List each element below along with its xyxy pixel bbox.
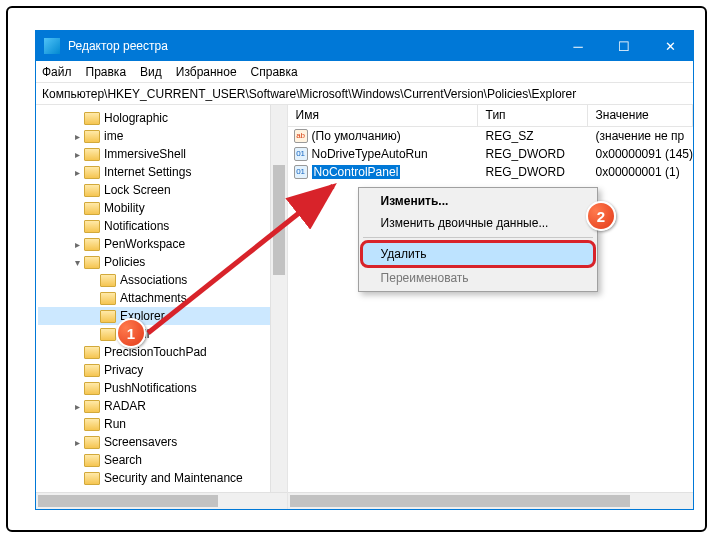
value-type: REG_SZ (478, 129, 588, 143)
regedit-window: Редактор реестра ─ ☐ ✕ Файл Правка Вид И… (35, 30, 694, 510)
tree-item-label: Run (104, 417, 126, 431)
tree-item-screensavers[interactable]: ▸Screensavers (38, 433, 287, 451)
folder-icon (84, 220, 100, 233)
tree-item-label: Holographic (104, 111, 168, 125)
tree-item-radar[interactable]: ▸RADAR (38, 397, 287, 415)
tree-item-label: PenWorkspace (104, 237, 185, 251)
tree-item-disallowrun[interactable]: Disall (38, 325, 287, 343)
dword-value-icon: 01 (294, 165, 308, 179)
value-row[interactable]: 01NoDriveTypeAutoRunREG_DWORD0x00000091 … (288, 145, 693, 163)
menu-edit[interactable]: Правка (86, 65, 127, 79)
expand-icon[interactable]: ▸ (70, 239, 84, 250)
tree-item-label: Security and Maintenance (104, 471, 243, 485)
tree-item-immersiveshell[interactable]: ▸ImmersiveShell (38, 145, 287, 163)
tree-item-label: Associations (120, 273, 187, 287)
maximize-button[interactable]: ☐ (601, 31, 647, 61)
tutorial-frame: Редактор реестра ─ ☐ ✕ Файл Правка Вид И… (6, 6, 707, 532)
tree-item-search[interactable]: Search (38, 451, 287, 469)
folder-icon (100, 310, 116, 323)
context-modify[interactable]: Изменить... (361, 190, 595, 212)
folder-icon (84, 112, 100, 125)
folder-icon (84, 454, 100, 467)
tree-item-label: ime (104, 129, 123, 143)
tree-item-label: Attachments (120, 291, 187, 305)
tree-item-penworkspace[interactable]: ▸PenWorkspace (38, 235, 287, 253)
list-header: Имя Тип Значение (288, 105, 693, 127)
tree-item-holographic[interactable]: Holographic (38, 109, 287, 127)
tree-scrollbar-horizontal[interactable] (36, 492, 287, 509)
address-text: Компьютер\HKEY_CURRENT_USER\Software\Mic… (42, 87, 576, 101)
dword-value-icon: 01 (294, 147, 308, 161)
tree-item-pushnotifications[interactable]: PushNotifications (38, 379, 287, 397)
tree-item-label: PrecisionTouchPad (104, 345, 207, 359)
column-name[interactable]: Имя (288, 105, 478, 126)
tree-item-label: Privacy (104, 363, 143, 377)
address-bar[interactable]: Компьютер\HKEY_CURRENT_USER\Software\Mic… (36, 83, 693, 105)
tree-item-ime[interactable]: ▸ime (38, 127, 287, 145)
value-name: NoControlPanel (312, 165, 401, 179)
expand-icon[interactable]: ▸ (70, 149, 84, 160)
expand-icon[interactable]: ▸ (70, 131, 84, 142)
folder-icon (84, 400, 100, 413)
step-badge-2: 2 (586, 201, 616, 231)
expand-icon[interactable]: ▸ (70, 437, 84, 448)
tree-item-policies[interactable]: ▾Policies (38, 253, 287, 271)
tree-item-label: Internet Settings (104, 165, 191, 179)
folder-icon (100, 274, 116, 287)
folder-icon (84, 130, 100, 143)
value-row[interactable]: 01NoControlPanelREG_DWORD0x00000001 (1) (288, 163, 693, 181)
tree-item-run[interactable]: Run (38, 415, 287, 433)
folder-icon (84, 436, 100, 449)
tree-item-internet-settings[interactable]: ▸Internet Settings (38, 163, 287, 181)
tree-item-security-and-maintenance[interactable]: Security and Maintenance (38, 469, 287, 487)
folder-icon (100, 292, 116, 305)
tree-item-explorer[interactable]: Explorer (38, 307, 287, 325)
tree-item-privacy[interactable]: Privacy (38, 361, 287, 379)
menubar: Файл Правка Вид Избранное Справка (36, 61, 693, 83)
tree-item-notifications[interactable]: Notifications (38, 217, 287, 235)
context-menu: Изменить... Изменить двоичные данные... … (358, 187, 598, 292)
tree-item-label: Notifications (104, 219, 169, 233)
tree-item-attachments[interactable]: Attachments (38, 289, 287, 307)
menu-favorites[interactable]: Избранное (176, 65, 237, 79)
menu-file[interactable]: Файл (42, 65, 72, 79)
expand-icon[interactable]: ▾ (70, 257, 84, 268)
value-name: NoDriveTypeAutoRun (312, 147, 428, 161)
folder-icon (84, 202, 100, 215)
folder-icon (100, 328, 116, 341)
tree-pane[interactable]: Holographic▸ime▸ImmersiveShell▸Internet … (36, 105, 288, 509)
app-icon (44, 38, 60, 54)
column-type[interactable]: Тип (478, 105, 588, 126)
folder-icon (84, 184, 100, 197)
value-name: (По умолчанию) (312, 129, 401, 143)
tree-item-mobility[interactable]: Mobility (38, 199, 287, 217)
expand-icon[interactable]: ▸ (70, 167, 84, 178)
tree-item-precisiontouchpad[interactable]: PrecisionTouchPad (38, 343, 287, 361)
minimize-button[interactable]: ─ (555, 31, 601, 61)
titlebar: Редактор реестра ─ ☐ ✕ (36, 31, 693, 61)
tree-item-label: RADAR (104, 399, 146, 413)
value-data: 0x00000001 (1) (588, 165, 693, 179)
menu-help[interactable]: Справка (251, 65, 298, 79)
column-data[interactable]: Значение (588, 105, 693, 126)
list-pane[interactable]: Имя Тип Значение ab(По умолчанию)REG_SZ(… (288, 105, 693, 509)
tree-item-lock-screen[interactable]: Lock Screen (38, 181, 287, 199)
close-button[interactable]: ✕ (647, 31, 693, 61)
tree-scrollbar-vertical[interactable] (270, 105, 287, 492)
folder-icon (84, 238, 100, 251)
list-scrollbar-horizontal[interactable] (288, 492, 693, 509)
window-title: Редактор реестра (68, 39, 555, 53)
expand-icon[interactable]: ▸ (70, 401, 84, 412)
tree-item-label: ImmersiveShell (104, 147, 186, 161)
value-type: REG_DWORD (478, 147, 588, 161)
value-row[interactable]: ab(По умолчанию)REG_SZ(значение не пр (288, 127, 693, 145)
menu-view[interactable]: Вид (140, 65, 162, 79)
value-data: (значение не пр (588, 129, 693, 143)
context-delete[interactable]: Удалить (360, 240, 596, 268)
tree-item-associations[interactable]: Associations (38, 271, 287, 289)
context-rename[interactable]: Переименовать (361, 267, 595, 289)
context-modify-binary[interactable]: Изменить двоичные данные... (361, 212, 595, 234)
folder-icon (84, 148, 100, 161)
step-badge-1: 1 (116, 318, 146, 348)
tree-item-label: PushNotifications (104, 381, 197, 395)
